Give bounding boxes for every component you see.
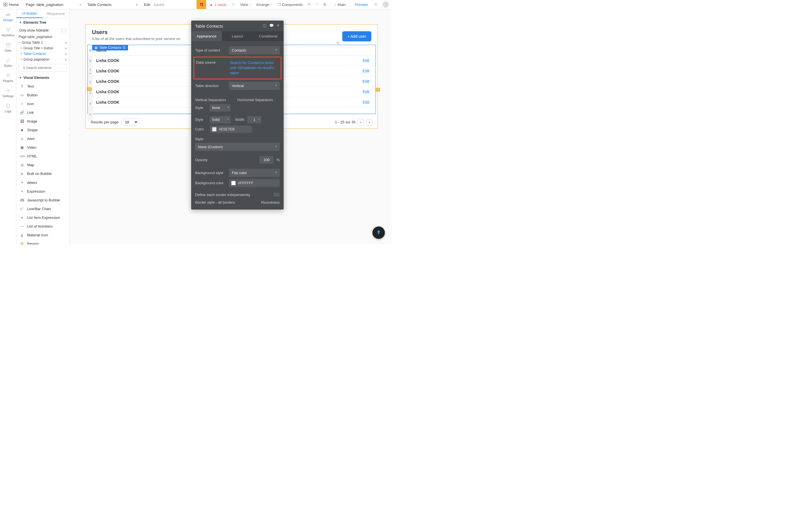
only-show-hideable-toggle[interactable] [61, 29, 66, 32]
home-button[interactable]: Home [0, 0, 22, 9]
issues-button[interactable]: ▲ 1 issue [206, 3, 230, 7]
property-inspector[interactable]: Table Contacts ⓘ 💬 ✕ Appearance Layout C… [191, 20, 284, 210]
ve-icon[interactable]: ☆Icon [16, 100, 69, 108]
tree-table-contacts[interactable]: +Table Contacts◉ [16, 51, 69, 57]
help-icon: ?⃝ [374, 3, 377, 7]
tab-layout[interactable]: Layout [222, 31, 253, 41]
info-icon[interactable]: ⓘ [263, 23, 266, 29]
ve-line-bar-chart[interactable]: ⫍Line/Bar Chart [16, 205, 69, 213]
row-index[interactable]: 0 [88, 56, 93, 66]
edit-row-link[interactable]: Edit [316, 97, 375, 108]
tree-page[interactable]: Page table_pagination [16, 34, 69, 40]
ve-link[interactable]: 🔗Link [16, 108, 69, 117]
edit-label[interactable]: Edit [144, 3, 150, 7]
undo-button[interactable]: ↶ [306, 0, 313, 9]
table-direction-select[interactable]: Vertical [229, 82, 280, 90]
components-button[interactable]: ❒ Components [274, 0, 306, 9]
rail-plugins[interactable]: Plugins [0, 70, 16, 86]
eye-icon[interactable]: ◉ [64, 47, 67, 50]
gift-button[interactable]: 🎁 [197, 0, 206, 9]
page-dropdown[interactable]: Page: table_pagination [22, 0, 84, 9]
tab-appearance[interactable]: Appearance [191, 31, 222, 41]
comment-icon[interactable]: 💬 [269, 23, 274, 29]
elements-tree-header[interactable]: ▼Elements Tree [16, 18, 69, 27]
ve-video[interactable]: ▣Video [16, 143, 69, 152]
tree-group-table[interactable]: –Group Table 2◉ [16, 40, 69, 45]
undo-icon: ↶ [308, 3, 311, 7]
ve-alert[interactable]: ⚠Alert [16, 134, 69, 143]
element-selection-tag[interactable]: ▦ Table Contacts ☰ [92, 45, 128, 50]
eye-icon[interactable]: ◉ [64, 58, 67, 61]
tree-group-pagination[interactable]: +Group pagination◉ [16, 57, 69, 62]
ve-button[interactable]: ▭Button [16, 91, 69, 100]
rail-design[interactable]: Design [0, 9, 16, 24]
type-of-content-select[interactable]: Contacts [229, 46, 280, 54]
arrange-menu[interactable]: Arrange▾ [253, 0, 274, 9]
eye-icon[interactable]: ◉ [64, 41, 67, 45]
prev-page-button[interactable]: ‹ [358, 119, 364, 125]
video-icon: ▣ [20, 145, 24, 150]
document-icon [6, 103, 11, 108]
tag-menu-icon[interactable]: ☰ [123, 46, 126, 50]
branch-menu[interactable]: ⑂ Main [332, 0, 349, 9]
help-fab[interactable] [372, 226, 385, 239]
hsep-style-select[interactable]: Solid [210, 116, 231, 123]
ve-list-of-numbers[interactable]: ⋯List of Numbers [16, 222, 69, 231]
add-user-button[interactable]: + Add user [342, 31, 371, 41]
tab-ui-builder[interactable]: UI Builder [16, 9, 43, 18]
ve-html[interactable]: </>HTML [16, 152, 69, 161]
rail-data[interactable]: Data [0, 40, 16, 55]
hsep-width-select[interactable]: 1 [247, 116, 261, 123]
row-index[interactable]: 1∞ [88, 66, 93, 77]
bg-style-select[interactable]: Flat color [229, 169, 280, 177]
ve-list-item-expression[interactable]: ≡List Item Expression [16, 213, 69, 222]
eye-icon[interactable]: ◉ [64, 52, 67, 56]
svg-rect-2 [4, 5, 5, 6]
ve-image[interactable]: 🖼Image [16, 117, 69, 126]
ve-text[interactable]: TText [16, 82, 69, 91]
bg-color-input[interactable]: #FFFFFF [229, 179, 280, 187]
visual-elements-header[interactable]: ▼Visual Elements [16, 73, 69, 82]
element-style-select[interactable]: None (Custom) [195, 143, 280, 151]
ve-reveal[interactable]: 🔒Reveal [16, 239, 69, 244]
edit-row-link[interactable]: Edit [316, 76, 375, 87]
edit-row-link[interactable]: Edit [316, 55, 375, 66]
ve-expression[interactable]: +Expression [16, 187, 69, 196]
ve-map[interactable]: ◎Map [16, 161, 69, 169]
tab-responsive[interactable]: Responsive [43, 9, 69, 18]
element-dropdown[interactable]: Table Contacts [84, 0, 140, 9]
preview-button[interactable]: Preview [351, 3, 372, 7]
ve-detect[interactable]: ⌖detect [16, 178, 69, 187]
row-index[interactable]: 4 [88, 99, 93, 109]
rail-workflow[interactable]: Workflow [0, 24, 16, 40]
close-icon[interactable]: ✕ [276, 23, 280, 29]
results-per-page-select[interactable]: 10 [121, 119, 139, 126]
tree-group-title-button[interactable]: +Group Title + button◉ [16, 45, 69, 51]
ve-shape[interactable]: ■Shape [16, 126, 69, 134]
row-index[interactable]: 243 [88, 88, 93, 99]
ve-built-on-bubble[interactable]: bBuilt on Bubble [16, 169, 69, 178]
user-avatar[interactable] [383, 1, 389, 8]
ve-js-to-bubble[interactable]: JSJavascript to Bubble [16, 196, 69, 205]
search-button[interactable]: 🔍︎ [321, 0, 329, 9]
warning-icon: ▲ [209, 3, 213, 7]
hsep-color-input[interactable]: #E5E7EB [210, 126, 252, 133]
row-index[interactable]: 5 [88, 109, 93, 120]
vsep-style-select[interactable]: None [210, 104, 231, 112]
redo-button[interactable]: ↷ [313, 0, 321, 9]
cursor-button[interactable]: ↖ [230, 0, 238, 9]
ve-material-icon[interactable]: gMaterial Icon [16, 231, 69, 239]
opacity-input[interactable]: 100 [259, 156, 273, 164]
tab-conditional[interactable]: Conditional [253, 31, 284, 41]
help-button[interactable]: ?⃝ [372, 0, 380, 9]
edit-row-link[interactable]: Edit [316, 66, 375, 76]
edit-row-link[interactable]: Edit [316, 87, 375, 97]
view-menu[interactable]: View▾ [238, 0, 253, 9]
rail-settings[interactable]: Settings [0, 86, 16, 101]
next-page-button[interactable]: › [366, 119, 372, 125]
define-border-toggle[interactable] [273, 193, 280, 196]
data-source-expression[interactable]: Search for Contactss:items until #Dropdo… [230, 60, 279, 76]
row-index[interactable]: 2 [88, 77, 93, 88]
rail-styles[interactable]: Styles [0, 55, 16, 70]
rail-logs[interactable]: Logs [0, 101, 16, 116]
